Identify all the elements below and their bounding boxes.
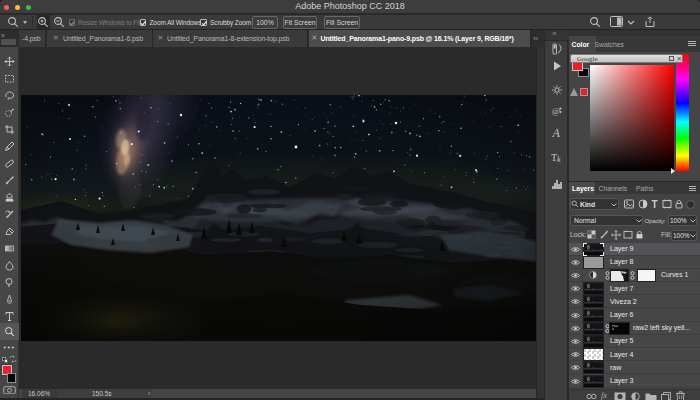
svg-text:T: T [652, 199, 658, 209]
svg-text:A: A [552, 126, 561, 139]
svg-text:k: k [557, 154, 561, 163]
svg-text:@: @ [552, 106, 560, 116]
